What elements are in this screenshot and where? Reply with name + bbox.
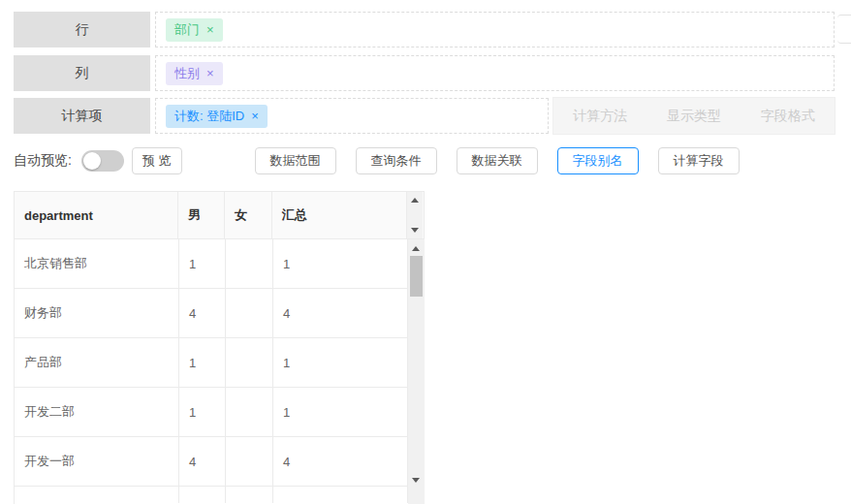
table-header-row: department 男 女 汇总 <box>14 191 425 239</box>
field-tag-label: 部门 <box>174 21 200 39</box>
column-header-department: department <box>15 192 178 238</box>
column-header-female: 女 <box>225 192 272 238</box>
cell-male: 1 <box>179 338 226 387</box>
measure-label: 计算项 <box>14 98 150 134</box>
tag-close-icon[interactable]: × <box>251 109 259 123</box>
measure-options-panel: 计算方法 显示类型 字段格式 <box>552 97 835 135</box>
pivot-preview-table: department 男 女 汇总 北京销售部 1 1 财务部 4 4 产品部 <box>14 191 425 504</box>
table-row: 产品部 1 1 <box>15 338 408 388</box>
field-tag-department[interactable]: 部门 × <box>166 18 223 42</box>
cell-total: 4 <box>273 437 408 486</box>
row-axis-drop-zone[interactable]: 部门 × <box>155 12 835 47</box>
cell-female <box>226 388 273 436</box>
calc-method-button[interactable]: 计算方法 <box>573 108 627 125</box>
column-axis-label: 列 <box>14 55 150 91</box>
column-axis-drop-zone[interactable]: 性别 × <box>155 55 835 91</box>
table-rows: 北京销售部 1 1 财务部 4 4 产品部 1 1 开发二部 1 1 <box>14 239 408 504</box>
cell-department: 开发二部 <box>15 388 179 436</box>
field-alias-button[interactable]: 字段别名 <box>557 147 639 174</box>
cell-male: 1 <box>179 239 226 288</box>
column-header-male: 男 <box>178 192 225 238</box>
field-format-button[interactable]: 字段格式 <box>761 108 815 125</box>
cell-total: 4 <box>273 289 408 337</box>
table-row-partial <box>15 487 408 503</box>
cell-total <box>273 487 408 503</box>
body-scrollbar[interactable] <box>408 239 425 504</box>
cell-female <box>226 289 273 337</box>
column-header-total: 汇总 <box>272 192 407 238</box>
scroll-down-icon[interactable] <box>411 228 419 233</box>
tag-close-icon[interactable]: × <box>206 66 214 80</box>
auto-preview-toggle[interactable] <box>81 150 124 172</box>
table-body: 北京销售部 1 1 财务部 4 4 产品部 1 1 开发二部 1 1 <box>14 239 425 504</box>
field-tag-gender[interactable]: 性别 × <box>166 62 223 85</box>
preview-button[interactable]: 预 览 <box>132 147 182 174</box>
table-row: 开发一部 4 4 <box>15 437 408 487</box>
cell-male <box>179 487 226 503</box>
scrollbar-thumb[interactable] <box>410 256 423 297</box>
cell-male: 4 <box>179 289 226 337</box>
cell-male: 1 <box>179 388 226 436</box>
calc-field-button[interactable]: 计算字段 <box>658 147 740 174</box>
cell-department: 北京销售部 <box>15 239 179 288</box>
cell-department: 财务部 <box>15 289 179 337</box>
data-range-button[interactable]: 数据范围 <box>255 147 336 174</box>
query-condition-button[interactable]: 查询条件 <box>356 147 437 174</box>
cell-total: 1 <box>273 388 408 436</box>
cell-female <box>226 239 273 288</box>
table-row: 北京销售部 1 1 <box>15 239 408 289</box>
cell-female <box>226 437 273 486</box>
cell-male: 4 <box>179 437 226 486</box>
data-relation-button[interactable]: 数据关联 <box>457 147 538 174</box>
field-tag-label: 性别 <box>174 65 200 82</box>
display-type-button[interactable]: 显示类型 <box>667 108 721 125</box>
cell-female <box>226 487 273 503</box>
toolbar: 自动预览: 预 览 数据范围 查询条件 数据关联 字段别名 计算字段 <box>14 147 740 174</box>
toggle-knob <box>83 152 101 170</box>
tag-close-icon[interactable]: × <box>206 22 214 37</box>
cell-female <box>226 338 273 387</box>
cell-total: 1 <box>273 338 408 387</box>
cell-department <box>15 487 179 503</box>
table-row: 开发二部 1 1 <box>15 388 408 437</box>
cell-department: 开发一部 <box>15 437 179 486</box>
field-tag-label: 计数: 登陆ID <box>174 108 244 125</box>
cell-total: 1 <box>273 239 408 288</box>
field-tag-count-loginid[interactable]: 计数: 登陆ID × <box>166 105 268 128</box>
auto-preview-label: 自动预览: <box>14 152 72 170</box>
collapse-handle[interactable] <box>837 15 851 44</box>
scroll-up-icon[interactable] <box>411 198 419 203</box>
cell-department: 产品部 <box>15 338 179 387</box>
header-scrollbar[interactable] <box>407 192 423 238</box>
table-row: 财务部 4 4 <box>15 289 408 338</box>
row-axis-label: 行 <box>14 12 150 47</box>
scroll-up-icon[interactable] <box>412 246 420 251</box>
measure-drop-zone[interactable]: 计数: 登陆ID × <box>155 98 549 134</box>
scroll-down-icon[interactable] <box>412 478 420 483</box>
